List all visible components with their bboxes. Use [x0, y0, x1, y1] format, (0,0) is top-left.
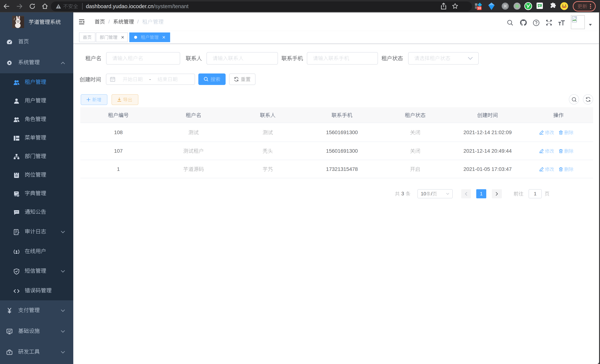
svg-text:⌘: ⌘: [503, 4, 507, 9]
svg-text:10: 10: [478, 7, 481, 10]
